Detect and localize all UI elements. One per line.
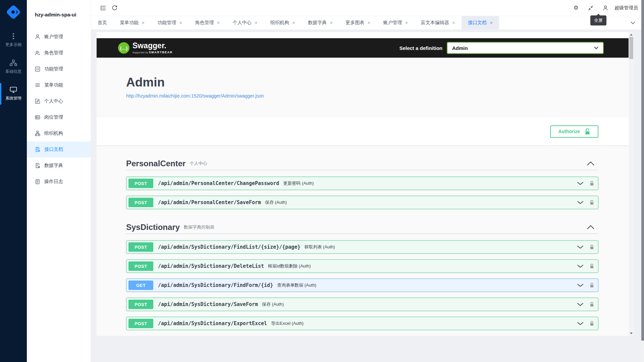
tab-role-mgmt[interactable]: 角色管理 ✕ xyxy=(189,16,226,29)
sidebar-item-data-dictionary[interactable]: 数据字典 xyxy=(27,158,91,174)
close-icon[interactable]: ✕ xyxy=(490,21,493,25)
close-icon[interactable]: ✕ xyxy=(142,21,145,25)
tab-account-mgmt[interactable]: 账户管理 ✕ xyxy=(377,16,415,29)
sidebar-item-menu-features[interactable]: 菜单功能 xyxy=(27,77,91,93)
tab-list-dropdown-icon[interactable] xyxy=(622,16,644,29)
endpoint-row[interactable]: POST /api/admin/PersonalCenter/ChangePas… xyxy=(126,177,598,190)
collapse-sidebar-icon[interactable] xyxy=(97,3,109,13)
org-icon xyxy=(10,60,17,66)
method-badge: GET xyxy=(128,281,153,290)
swagger-topbar: {…} Swagger. Supported by SMARTBEAR Sele… xyxy=(97,38,629,58)
endpoint-path: /api/admin/SysDictionary/ExportExcel xyxy=(158,320,267,326)
scroll-up-arrow-icon[interactable] xyxy=(630,34,633,36)
page-scrollbar-thumb[interactable] xyxy=(641,0,644,341)
lock-icon[interactable] xyxy=(590,321,594,326)
app-window: 更多示例 基础信息 系统管理 hzy-admin-spa-ui 账户管理 xyxy=(0,0,644,362)
endpoint-row[interactable]: GET /api/admin/SysDictionary/FindForm/{i… xyxy=(126,279,598,292)
tab-menu-features[interactable]: 菜单功能 ✕ xyxy=(113,16,151,29)
lock-icon[interactable] xyxy=(590,283,594,288)
close-icon[interactable]: ✕ xyxy=(367,21,370,25)
section-header[interactable]: PersonalCenter 个人中心 xyxy=(126,157,598,170)
close-icon[interactable]: ✕ xyxy=(217,21,220,25)
lock-icon[interactable] xyxy=(590,263,594,269)
close-icon[interactable]: ✕ xyxy=(292,21,295,25)
sidebar-item-api-docs[interactable]: 接口文档 xyxy=(27,141,91,158)
iframe-scrollbar[interactable] xyxy=(629,32,634,336)
close-icon[interactable]: ✕ xyxy=(330,21,333,25)
api-spec-url[interactable]: http://hzyadmin.milaizhijie.com:1520/swa… xyxy=(126,93,598,99)
scroll-down-arrow-icon[interactable] xyxy=(630,333,633,334)
endpoint-row[interactable]: POST /api/admin/PersonalCenter/SaveForm … xyxy=(126,196,598,209)
rail-item-basic-info[interactable]: 基础信息 xyxy=(0,54,27,80)
tab-label: 功能管理 xyxy=(157,20,176,26)
sidebar-item-label: 岗位管理 xyxy=(44,114,63,120)
chevron-down-icon xyxy=(577,322,584,325)
rail-item-system-mgmt[interactable]: 系统管理 xyxy=(0,80,27,107)
lock-icon[interactable] xyxy=(590,200,594,205)
chevron-down-icon xyxy=(577,245,584,249)
definition-select[interactable]: Admin xyxy=(447,42,604,54)
sidebar-item-label: 菜单功能 xyxy=(44,82,63,88)
function-icon xyxy=(35,66,40,72)
definition-select-label: Select a definition xyxy=(399,45,442,51)
sidebar-item-feature-mgmt[interactable]: 功能管理 xyxy=(27,61,91,77)
swagger-frame: {…} Swagger. Supported by SMARTBEAR Sele… xyxy=(97,32,634,336)
tab-feature-mgmt[interactable]: 功能管理 ✕ xyxy=(151,16,189,29)
close-icon[interactable]: ✕ xyxy=(452,21,455,25)
section-description: 个人中心 xyxy=(190,161,207,167)
fullscreen-icon[interactable] xyxy=(585,3,596,13)
close-icon[interactable]: ✕ xyxy=(179,21,182,25)
close-icon[interactable]: ✕ xyxy=(405,21,408,25)
sidebar-item-operation-logs[interactable]: 操作日志 xyxy=(27,174,91,190)
sidebar-item-account-mgmt[interactable]: 账户管理 xyxy=(27,29,91,45)
sidebar-item-role-mgmt[interactable]: 角色管理 xyxy=(27,45,91,61)
lock-icon[interactable] xyxy=(590,244,594,250)
app-logo-icon[interactable] xyxy=(5,3,22,21)
rail-item-label: 基础信息 xyxy=(5,69,21,74)
tab-api-docs[interactable]: 接口文档 ✕ xyxy=(462,16,499,29)
swagger-logo-subtext: Supported by SMARTBEAR xyxy=(132,51,173,54)
menu-lines-icon xyxy=(35,82,40,88)
monitor-icon xyxy=(10,86,17,93)
tab-personal-center[interactable]: 个人中心 ✕ xyxy=(226,16,264,29)
endpoint-path: /api/admin/SysDictionary/DeleteList xyxy=(158,263,264,269)
rail-item-more-examples[interactable]: 更多示例 xyxy=(0,27,27,54)
content-area: {…} Swagger. Supported by SMARTBEAR Sele… xyxy=(91,29,644,362)
endpoint-path: /api/admin/SysDictionary/FindList/{size}… xyxy=(158,244,300,250)
tab-home[interactable]: 首页 xyxy=(91,16,113,29)
fullscreen-tooltip: 全屏 xyxy=(590,15,606,25)
method-badge: POST xyxy=(128,261,153,271)
refresh-icon[interactable] xyxy=(109,3,120,13)
tab-data-dictionary[interactable]: 数据字典 ✕ xyxy=(302,16,339,29)
endpoint-row[interactable]: POST /api/admin/SysDictionary/ExportExce… xyxy=(126,317,598,330)
edit-icon xyxy=(35,99,40,104)
endpoint-row[interactable]: POST /api/admin/SysDictionary/FindList/{… xyxy=(126,240,598,254)
app-title: hzy-admin-spa-ui xyxy=(27,0,91,29)
tab-rich-text-editor[interactable]: 富文本编辑器 ✕ xyxy=(415,16,462,29)
top-toolbar: ⚙ 超级管理员 xyxy=(91,0,644,16)
endpoint-row[interactable]: POST /api/admin/SysDictionary/SaveForm 保… xyxy=(126,298,598,311)
settings-gear-icon[interactable]: ⚙ xyxy=(570,3,582,13)
method-badge: POST xyxy=(128,179,153,188)
secondary-sidebar: hzy-admin-spa-ui 账户管理 角色管理 功能管理 菜单功能 xyxy=(27,0,91,362)
method-badge: POST xyxy=(128,300,153,309)
endpoint-row[interactable]: POST /api/admin/SysDictionary/DeleteList… xyxy=(126,259,598,273)
close-icon[interactable]: ✕ xyxy=(255,21,258,25)
lock-icon[interactable] xyxy=(590,181,594,186)
user-avatar-icon[interactable] xyxy=(600,3,611,13)
endpoint-summary: 保存 (Auth) xyxy=(265,199,287,205)
iframe-scrollbar-thumb[interactable] xyxy=(629,37,633,59)
tab-more-charts[interactable]: 更多图表 ✕ xyxy=(339,16,377,29)
swagger-logo-text: Swagger. xyxy=(132,42,173,50)
sidebar-item-position-mgmt[interactable]: 岗位管理 xyxy=(27,109,91,125)
lock-icon[interactable] xyxy=(590,302,594,307)
sidebar-item-organization[interactable]: 组织机构 xyxy=(27,125,91,141)
current-user-name[interactable]: 超级管理员 xyxy=(614,5,638,11)
sidebar-item-personal-center[interactable]: 个人中心 xyxy=(27,93,91,109)
tab-organization[interactable]: 组织机构 ✕ xyxy=(264,16,302,29)
authorize-button[interactable]: Authorize xyxy=(550,125,598,138)
method-badge: POST xyxy=(128,198,153,207)
section-header[interactable]: SysDictionary 数据字典控制器 xyxy=(126,221,598,234)
page-scrollbar[interactable] xyxy=(641,0,644,362)
tab-label: 接口文档 xyxy=(468,20,487,26)
